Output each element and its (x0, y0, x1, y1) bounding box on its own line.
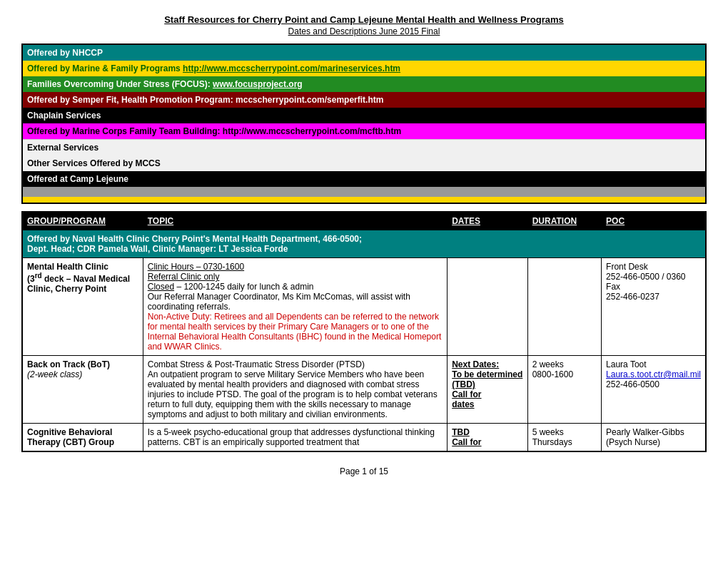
cell-duration-bot: 2 weeks 0800-1600 (527, 356, 601, 424)
nav-label-mftb: Offered by Marine Corps Family Team Buil… (22, 123, 706, 140)
nav-row-external[interactable]: External Services (22, 140, 706, 156)
th-group: GROUP/PROGRAM (22, 212, 143, 230)
mfp-link[interactable]: http://www.mccscherrypoint.com/marineser… (183, 63, 400, 73)
nav-row-mfp[interactable]: Offered by Marine & Family Programs http… (22, 61, 706, 76)
cell-topic-cbt: Is a 5-week psycho-educational group tha… (143, 424, 447, 452)
th-duration: DURATION (527, 212, 601, 230)
nav-label-lejeune: Offered at Camp Lejeune (22, 171, 706, 187)
cell-duration-mhc (527, 258, 601, 356)
nav-label-focus: Families Overcoming Under Stress (FOCUS)… (22, 76, 706, 92)
page-subtitle: Dates and Descriptions June 2015 Final (21, 26, 707, 36)
nav-label-chaplain: Chaplain Services (22, 108, 706, 123)
section-header-text: Offered by Naval Health Clinic Cherry Po… (22, 230, 706, 258)
cell-dates-bot: Next Dates: To be determined (TBD) Call … (448, 356, 528, 424)
cell-poc-cbt: Pearly Walker-Gibbs (Psych Nurse) (602, 424, 706, 452)
cell-poc-mhc: Front Desk 252-466-0500 / 0360 Fax 252-4… (602, 258, 706, 356)
nav-row-mccs[interactable]: Other Services Offered by MCCS (22, 155, 706, 171)
nav-row-semperfit[interactable]: Offered by Semper Fit, Health Promotion … (22, 92, 706, 108)
nav-row-yellow-stripe (22, 197, 706, 203)
page-footer: Page 1 of 15 (21, 466, 707, 476)
cell-duration-cbt: 5 weeks Thursdays (527, 424, 601, 452)
cell-group-mhc: Mental Health Clinic (3rd deck – Naval M… (22, 258, 143, 356)
table-row: Back on Track (BoT) (2-week class) Comba… (22, 356, 706, 424)
focus-link[interactable]: www.focusproject.org (213, 79, 303, 89)
cell-dates-cbt: TBD Call for (448, 424, 528, 452)
nav-row-lejeune[interactable]: Offered at Camp Lejeune (22, 171, 706, 187)
nav-label-mccs: Other Services Offered by MCCS (22, 155, 706, 171)
table-row: Mental Health Clinic (3rd deck – Naval M… (22, 258, 706, 356)
th-dates: DATES (448, 212, 528, 230)
th-poc: POC (602, 212, 706, 230)
section-header-row: Offered by Naval Health Clinic Cherry Po… (22, 230, 706, 258)
cell-group-bot: Back on Track (BoT) (2-week class) (22, 356, 143, 424)
nav-label-external: External Services (22, 140, 706, 156)
page-title: Staff Resources for Cherry Point and Cam… (21, 14, 707, 25)
cell-poc-bot: Laura Toot Laura.s.toot.ctr@mail.mil 252… (602, 356, 706, 424)
nav-row-blank (22, 187, 706, 197)
nav-table: Offered by NHCCP Offered by Marine & Fam… (21, 44, 707, 204)
nav-label-nhccp: Offered by NHCCP (22, 44, 706, 61)
nav-row-mftb[interactable]: Offered by Marine Corps Family Team Buil… (22, 123, 706, 140)
th-topic: TOPIC (143, 212, 447, 230)
cell-topic-bot: Combat Stress & Post-Traumatic Stress Di… (143, 356, 447, 424)
nav-row-nhccp[interactable]: Offered by NHCCP (22, 44, 706, 61)
nav-label-semperfit: Offered by Semper Fit, Health Promotion … (22, 92, 706, 108)
nav-row-chaplain[interactable]: Chaplain Services (22, 108, 706, 123)
nav-label-mfp: Offered by Marine & Family Programs http… (22, 61, 706, 76)
toot-email-link[interactable]: Laura.s.toot.ctr@mail.mil (606, 369, 701, 379)
cell-topic-mhc: Clinic Hours – 0730-1600 Referral Clinic… (143, 258, 447, 356)
main-data-table: GROUP/PROGRAM TOPIC DATES DURATION POC O… (21, 211, 707, 452)
cell-group-cbt: Cognitive Behavioral Therapy (CBT) Group (22, 424, 143, 452)
nav-row-focus[interactable]: Families Overcoming Under Stress (FOCUS)… (22, 76, 706, 92)
page-number: Page 1 of 15 (340, 466, 388, 476)
cell-dates-mhc (448, 258, 528, 356)
table-row: Cognitive Behavioral Therapy (CBT) Group… (22, 424, 706, 452)
